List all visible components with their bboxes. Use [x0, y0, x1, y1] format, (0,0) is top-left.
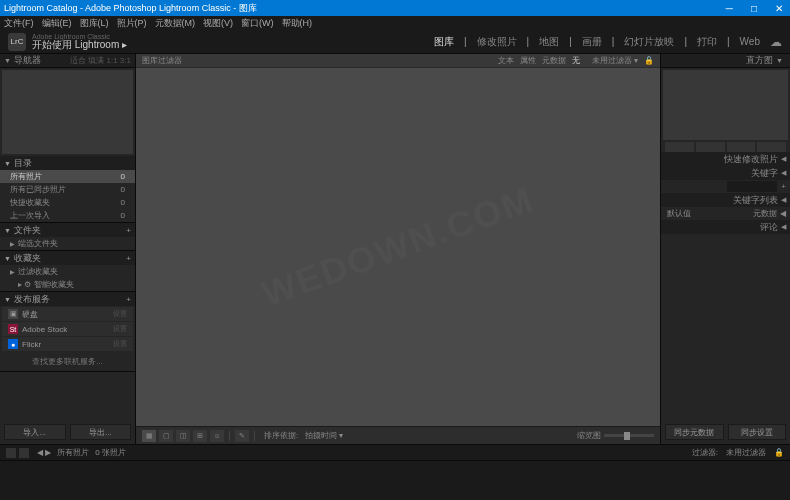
module-print[interactable]: 打印	[697, 35, 717, 49]
thumbnail-label: 缩览图	[577, 430, 601, 441]
catalog-all-photos[interactable]: 所有照片0	[0, 170, 135, 183]
app-title[interactable]: Adobe Lightroom Classic 开始使用 Lightroom ▸	[32, 33, 127, 50]
metadata-mode[interactable]: 默认值	[667, 208, 691, 219]
filter-lock-icon[interactable]: 🔒	[774, 448, 784, 457]
module-sep: |	[527, 36, 530, 47]
center-panel: 图库过滤器 文本 属性 元数据 无 未用过滤器 ▾ 🔒 WEDOWN.COM ▦…	[136, 54, 660, 444]
catalog-header[interactable]: ▼目录	[0, 156, 135, 170]
filter-metadata[interactable]: 元数据	[542, 55, 566, 66]
catalog-quick[interactable]: 快捷收藏夹0	[0, 196, 135, 209]
module-sep: |	[684, 36, 687, 47]
second-display-icon[interactable]	[19, 448, 29, 458]
module-library[interactable]: 图库	[434, 35, 454, 49]
loupe-view-button[interactable]: ▢	[159, 430, 173, 442]
export-button[interactable]: 导出...	[70, 424, 132, 440]
publish-harddrive[interactable]: ▣硬盘设置	[2, 307, 133, 321]
identity-plate-bar: LrC Adobe Lightroom Classic 开始使用 Lightro…	[0, 30, 790, 54]
menu-file[interactable]: 文件(F)	[4, 17, 34, 30]
module-book[interactable]: 画册	[582, 35, 602, 49]
secondary-display-icons	[6, 448, 29, 458]
people-view-button[interactable]: ☺	[210, 430, 224, 442]
folders-filter[interactable]: ▶端选文件夹	[0, 237, 135, 250]
app-badge-icon: LrC	[8, 33, 26, 51]
right-bottom-buttons: 同步元数据 同步设置	[661, 420, 790, 444]
filter-tabs: 文本 属性 元数据 无	[498, 55, 580, 66]
breadcrumb-arrow[interactable]: ◀ ▶	[37, 448, 51, 457]
module-develop[interactable]: 修改照片	[477, 35, 517, 49]
folders-header[interactable]: ▼文件夹+	[0, 223, 135, 237]
collections-smart[interactable]: ▸ ⚙智能收藏夹	[0, 278, 135, 291]
catalog-panel: ▼目录 所有照片0 所有已同步照片0 快捷收藏夹0 上一次导入0	[0, 156, 135, 223]
sync-settings-button[interactable]: 同步设置	[728, 424, 787, 440]
main-area: ▼ 导航器 适合 填满 1:1 3:1 ▼目录 所有照片0 所有已同步照片0 快…	[0, 54, 790, 444]
navigator-header[interactable]: ▼ 导航器 适合 填满 1:1 3:1	[0, 54, 135, 68]
menu-bar: 文件(F) 编辑(E) 图库(L) 照片(P) 元数据(M) 视图(V) 窗口(…	[0, 16, 790, 30]
filter-lock-icon[interactable]: 🔒	[644, 56, 654, 65]
library-filter-bar: 图库过滤器 文本 属性 元数据 无 未用过滤器 ▾ 🔒	[136, 54, 660, 68]
import-button[interactable]: 导入...	[4, 424, 66, 440]
filter-preset-dropdown[interactable]: 未用过滤器 ▾	[592, 55, 638, 66]
module-slideshow[interactable]: 幻灯片放映	[624, 35, 674, 49]
menu-library[interactable]: 图库(L)	[80, 17, 109, 30]
histogram-display[interactable]	[663, 70, 788, 140]
survey-view-button[interactable]: ⊞	[193, 430, 207, 442]
menu-view[interactable]: 视图(V)	[203, 17, 233, 30]
publish-panel: ▼发布服务+ ▣硬盘设置 StAdobe Stock设置 ●Flickr设置 查…	[0, 292, 135, 372]
module-picker: 图库 | 修改照片 | 地图 | 画册 | 幻灯片放映 | 打印 | Web ☁	[434, 35, 782, 49]
close-button[interactable]: ✕	[772, 3, 786, 14]
comments-header[interactable]: 评论◀	[661, 220, 790, 234]
folders-panel: ▼文件夹+ ▶端选文件夹	[0, 223, 135, 251]
toolbar: ▦ ▢ ◫ ⊞ ☺ ✎ 排序依据: 拍摄时间 ▾ 缩览图	[136, 426, 660, 444]
filmstrip-info-bar: ◀ ▶ 所有照片 0 张照片 过滤器: 未用过滤器 🔒	[0, 444, 790, 460]
thumbnail-size-slider[interactable]	[604, 434, 654, 437]
grid-view-canvas[interactable]: WEDOWN.COM	[136, 68, 660, 426]
filter-text[interactable]: 文本	[498, 55, 514, 66]
sync-metadata-button[interactable]: 同步元数据	[665, 424, 724, 440]
breadcrumb-path[interactable]: 所有照片	[57, 447, 89, 458]
collections-header[interactable]: ▼收藏夹+	[0, 251, 135, 265]
filter-none[interactable]: 无	[572, 55, 580, 66]
navigator-preview[interactable]	[2, 70, 133, 154]
main-display-icon[interactable]	[6, 448, 16, 458]
module-map[interactable]: 地图	[539, 35, 559, 49]
painter-tool-button[interactable]: ✎	[235, 430, 249, 442]
filmstrip-filter-preset[interactable]: 未用过滤器	[726, 447, 766, 458]
filter-attribute[interactable]: 属性	[520, 55, 536, 66]
window-titlebar: Lightroom Catalog - Adobe Photoshop Ligh…	[0, 0, 790, 16]
module-sep: |	[569, 36, 572, 47]
metadata-mode-row: 默认值元数据◀	[661, 207, 790, 220]
publish-flickr[interactable]: ●Flickr设置	[2, 337, 133, 351]
filmstrip[interactable]	[0, 460, 790, 500]
sort-dropdown[interactable]: 拍摄时间 ▾	[305, 430, 343, 441]
filmstrip-filter-label: 过滤器:	[692, 447, 718, 458]
menu-window[interactable]: 窗口(W)	[241, 17, 274, 30]
quickdev-header[interactable]: 快速修改照片◀	[661, 152, 790, 166]
window-title: Lightroom Catalog - Adobe Photoshop Ligh…	[4, 2, 723, 15]
menu-metadata[interactable]: 元数据(M)	[155, 17, 196, 30]
left-bottom-buttons: 导入... 导出...	[0, 420, 135, 444]
grid-view-button[interactable]: ▦	[142, 430, 156, 442]
minimize-button[interactable]: ─	[723, 3, 736, 14]
collections-panel: ▼收藏夹+ ▶过滤收藏夹 ▸ ⚙智能收藏夹	[0, 251, 135, 292]
menu-help[interactable]: 帮助(H)	[282, 17, 313, 30]
compare-view-button[interactable]: ◫	[176, 430, 190, 442]
keyword-filter-input[interactable]	[727, 181, 777, 192]
menu-edit[interactable]: 编辑(E)	[42, 17, 72, 30]
catalog-last-import[interactable]: 上一次导入0	[0, 209, 135, 222]
maximize-button[interactable]: □	[748, 3, 760, 14]
cloud-sync-icon[interactable]: ☁	[770, 35, 782, 49]
right-panel: 直方图 ▼ 快速修改照片◀ 关键字◀ + 关键字列表◀ 默认值元数据◀ 评论◀ …	[660, 54, 790, 444]
keywords-header[interactable]: 关键字◀	[661, 166, 790, 180]
keywordlist-header[interactable]: 关键字列表◀	[661, 193, 790, 207]
sort-label: 排序依据:	[264, 430, 298, 441]
collections-filter[interactable]: ▶过滤收藏夹	[0, 265, 135, 278]
keyword-filter-row: +	[661, 180, 790, 193]
publish-header[interactable]: ▼发布服务+	[0, 292, 135, 306]
publish-find-more[interactable]: 查找更多联机服务...	[0, 352, 135, 371]
catalog-synced[interactable]: 所有已同步照片0	[0, 183, 135, 196]
module-web[interactable]: Web	[740, 36, 760, 47]
module-sep: |	[464, 36, 467, 47]
menu-photo[interactable]: 照片(P)	[117, 17, 147, 30]
histogram-header[interactable]: 直方图 ▼	[661, 54, 790, 68]
publish-adobestock[interactable]: StAdobe Stock设置	[2, 322, 133, 336]
